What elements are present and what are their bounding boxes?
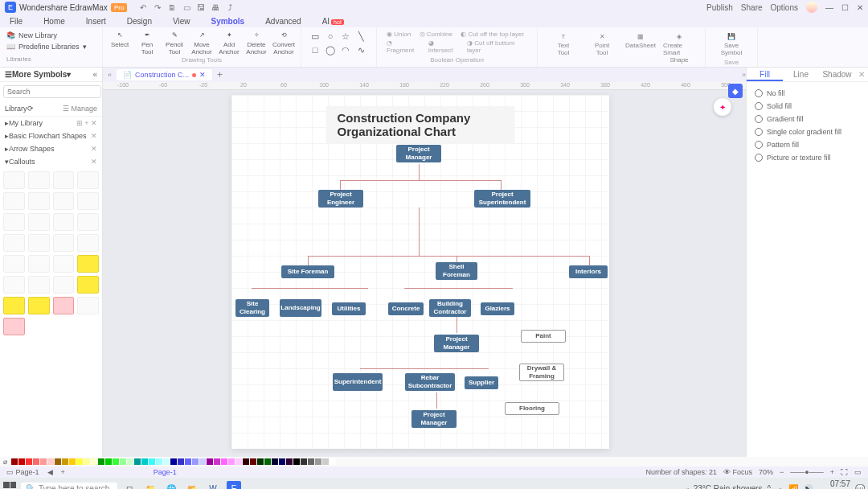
color-swatch[interactable] bbox=[141, 458, 148, 465]
color-swatch[interactable] bbox=[69, 458, 76, 465]
shape-thumb[interactable] bbox=[3, 192, 25, 210]
tray-cloud-icon[interactable]: ☁ bbox=[776, 484, 784, 490]
zoom-slider[interactable]: ——●—— bbox=[790, 468, 823, 476]
color-swatch[interactable] bbox=[207, 458, 213, 465]
shape-thumb[interactable] bbox=[3, 255, 25, 273]
avatar[interactable] bbox=[806, 2, 817, 13]
color-swatch[interactable] bbox=[113, 458, 119, 465]
color-swatch[interactable] bbox=[127, 458, 133, 465]
curve-shape-icon[interactable]: ∿ bbox=[355, 44, 366, 55]
eyedropper-icon[interactable]: ⌀ bbox=[3, 458, 7, 466]
color-swatch[interactable] bbox=[293, 458, 300, 465]
shape-thumb[interactable] bbox=[77, 255, 99, 273]
color-swatch[interactable] bbox=[47, 458, 54, 465]
color-swatch[interactable] bbox=[163, 458, 170, 465]
org-node[interactable]: Concrete bbox=[388, 302, 424, 315]
oval-shape-icon[interactable]: ◯ bbox=[325, 44, 336, 55]
org-node[interactable]: Flooring bbox=[505, 402, 559, 415]
shape-thumb[interactable] bbox=[3, 276, 25, 294]
move-anchor-tool[interactable]: ↗MoveAnchor bbox=[190, 29, 214, 55]
org-node[interactable]: Project Manager bbox=[411, 410, 457, 428]
org-node[interactable]: Interiors bbox=[569, 265, 608, 278]
task-view-icon[interactable]: ◻ bbox=[122, 481, 137, 489]
chart-title[interactable]: Construction Company Organizational Char… bbox=[326, 106, 515, 143]
shape-thumb[interactable] bbox=[77, 192, 99, 210]
union-button[interactable]: ◉ Union bbox=[387, 31, 411, 38]
color-swatch[interactable] bbox=[243, 458, 249, 465]
datasheet-button[interactable]: ▦DataSheet bbox=[624, 31, 657, 64]
circle-shape-icon[interactable]: ○ bbox=[325, 31, 336, 42]
collapse-icon[interactable]: « bbox=[108, 71, 112, 79]
close-panel-icon[interactable]: ✕ bbox=[855, 68, 868, 81]
tray-wifi-icon[interactable]: 📶 bbox=[788, 484, 798, 490]
intersect-button[interactable]: ◕ Intersect bbox=[428, 39, 459, 54]
shape-thumb[interactable] bbox=[77, 297, 99, 314]
color-swatch[interactable] bbox=[322, 458, 329, 465]
category-basic-flowchart[interactable]: ▸ Basic Flowchart Shapes✕ bbox=[0, 129, 102, 142]
shape-thumb[interactable] bbox=[28, 255, 50, 273]
shape-thumb[interactable] bbox=[28, 171, 50, 189]
focus-mode[interactable]: 👁 Focus bbox=[723, 468, 752, 476]
shape-thumb[interactable] bbox=[53, 213, 75, 231]
org-node[interactable]: Utilities bbox=[332, 302, 366, 315]
zoom-out-icon[interactable]: − bbox=[780, 468, 784, 476]
shape-thumb[interactable] bbox=[28, 192, 50, 210]
combine-button[interactable]: ◎ Combine bbox=[420, 31, 452, 38]
shape-thumb[interactable] bbox=[77, 213, 99, 231]
color-swatch[interactable] bbox=[286, 458, 293, 465]
tab-fill[interactable]: Fill bbox=[747, 68, 783, 81]
color-swatch[interactable] bbox=[149, 458, 155, 465]
tray-chevron-icon[interactable]: ^ bbox=[767, 484, 771, 490]
org-node[interactable]: Landscaping bbox=[280, 299, 321, 317]
shape-thumb[interactable] bbox=[28, 213, 50, 231]
line-shape-icon[interactable]: ╲ bbox=[355, 31, 366, 42]
edraw-logo-icon[interactable]: ✦ bbox=[714, 98, 731, 116]
org-node[interactable]: Superintendent bbox=[333, 373, 383, 391]
create-smart-shape-button[interactable]: ◈Create SmartShape bbox=[663, 31, 695, 64]
org-node[interactable]: Building Contractor bbox=[429, 299, 471, 317]
shape-thumb[interactable] bbox=[3, 234, 25, 252]
shape-thumb[interactable] bbox=[53, 192, 75, 210]
tray-volume-icon[interactable]: 🔊 bbox=[803, 484, 813, 490]
convert-anchor-tool[interactable]: ⟲ConvertAnchor bbox=[272, 29, 296, 55]
tab-line[interactable]: Line bbox=[783, 68, 819, 81]
color-swatch[interactable] bbox=[76, 458, 83, 465]
shape-thumb[interactable] bbox=[3, 213, 25, 231]
select-tool[interactable]: ↖Select bbox=[108, 29, 132, 55]
search-input[interactable] bbox=[3, 85, 101, 98]
predefine-libraries-button[interactable]: 📖 Predefine Libraries▾ bbox=[6, 43, 102, 51]
menu-home[interactable]: Home bbox=[43, 17, 65, 26]
color-swatch[interactable] bbox=[84, 458, 90, 465]
color-swatch[interactable] bbox=[33, 458, 39, 465]
org-node[interactable]: Paint bbox=[521, 330, 566, 343]
taskbar-search[interactable]: 🔍 Type here to search bbox=[21, 483, 117, 490]
close-icon[interactable]: ✕ bbox=[857, 3, 863, 12]
folder-icon[interactable]: 📂 bbox=[185, 481, 199, 489]
clock[interactable]: 07:5720-09-2023 bbox=[817, 480, 850, 489]
org-node[interactable]: Project Superintendent bbox=[474, 190, 530, 208]
explorer-icon[interactable]: 📁 bbox=[143, 481, 158, 489]
org-node[interactable]: Project Engineer bbox=[318, 190, 363, 208]
weather-widget[interactable]: ☁ 23°C Rain showers bbox=[683, 484, 762, 490]
zoom-in-icon[interactable]: + bbox=[830, 468, 834, 476]
color-swatch[interactable] bbox=[199, 458, 206, 465]
prev-page-icon[interactable]: ◀ bbox=[47, 468, 53, 476]
print-icon[interactable]: 🖶 bbox=[211, 2, 220, 12]
org-node[interactable]: Rebar Subcontractor bbox=[405, 373, 455, 391]
minimize-icon[interactable]: — bbox=[825, 3, 833, 12]
color-swatch[interactable] bbox=[170, 458, 177, 465]
color-swatch[interactable] bbox=[62, 458, 68, 465]
category-arrow-shapes[interactable]: ▸ Arrow Shapes✕ bbox=[0, 142, 102, 155]
shape-thumb[interactable] bbox=[3, 318, 25, 335]
color-swatch[interactable] bbox=[221, 458, 227, 465]
color-swatch[interactable] bbox=[98, 458, 104, 465]
my-library-item[interactable]: ▸ My Library⊞ + ✕ bbox=[0, 117, 102, 129]
notifications-icon[interactable]: 💬 bbox=[855, 484, 865, 490]
color-swatch[interactable] bbox=[257, 458, 264, 465]
new-tab-button[interactable]: + bbox=[217, 69, 223, 80]
shape-thumb[interactable] bbox=[77, 171, 99, 189]
arc-shape-icon[interactable]: ◠ bbox=[340, 44, 351, 55]
fit-icon[interactable]: ⛶ bbox=[841, 468, 848, 476]
color-swatch[interactable] bbox=[134, 458, 141, 465]
color-swatch[interactable] bbox=[11, 458, 18, 465]
